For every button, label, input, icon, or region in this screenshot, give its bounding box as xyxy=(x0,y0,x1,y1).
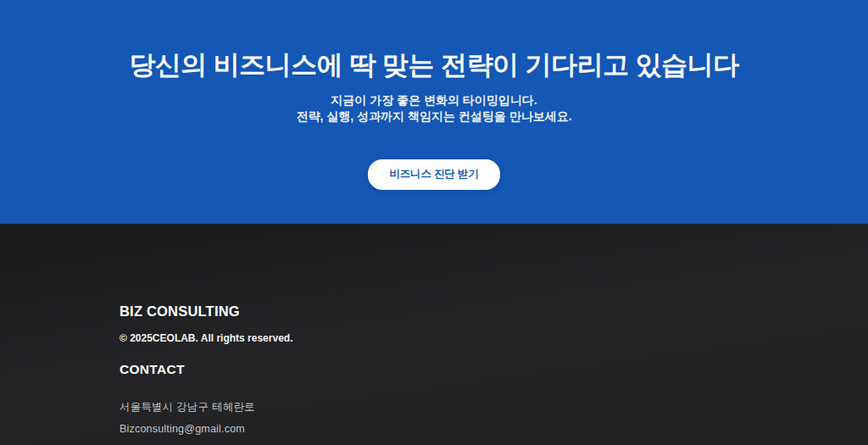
hero-subtitle-line1: 지금이 가장 좋은 변화의 타이밍입니다. xyxy=(331,93,537,107)
footer-copyright: © 2025CEOLAB. All rights reserved. xyxy=(120,332,868,344)
footer-section: BIZ CONSULTING © 2025CEOLAB. All rights … xyxy=(0,224,868,445)
hero-subtitle-line2: 전략, 실행, 성과까지 책임지는 컨설팅을 만나보세요. xyxy=(296,109,571,123)
footer-email: Bizconsulting@gmail.com xyxy=(120,424,868,435)
footer-contact-title: CONTACT xyxy=(120,362,868,377)
footer-brand: BIZ CONSULTING xyxy=(120,303,868,320)
footer-contact-list: 서울특별시 강남구 테헤란로 Bizconsulting@gmail.com 1… xyxy=(120,402,868,445)
hero-subtitle: 지금이 가장 좋은 변화의 타이밍입니다. 전략, 실행, 성과까지 책임지는 … xyxy=(296,92,571,125)
business-diagnosis-button[interactable]: 비즈니스 진단 받기 xyxy=(368,159,501,190)
footer-address: 서울특별시 강남구 테헤란로 xyxy=(120,402,868,413)
hero-section: 당신의 비즈니스에 딱 맞는 전략이 기다리고 있습니다 지금이 가장 좋은 변… xyxy=(0,0,868,224)
hero-title: 당신의 비즈니스에 딱 맞는 전략이 기다리고 있습니다 xyxy=(129,49,739,81)
